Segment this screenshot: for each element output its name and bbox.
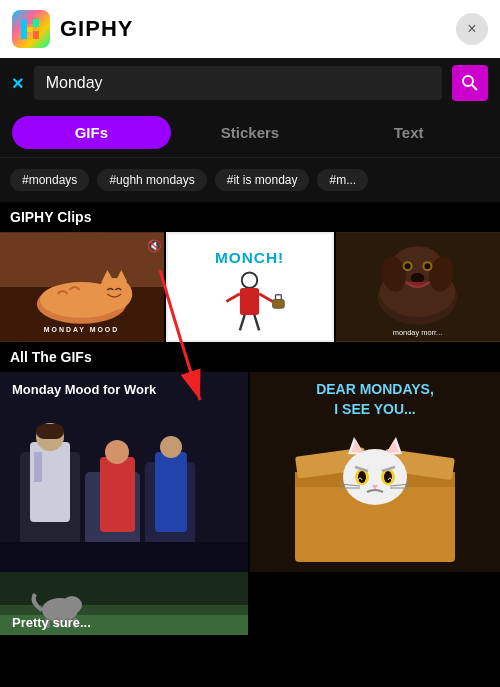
svg-text:MONCH!: MONCH!: [215, 249, 284, 266]
clips-row: MONDAY MOOD 🔇 MONCH!: [0, 232, 500, 342]
svg-point-37: [424, 263, 430, 269]
svg-point-38: [411, 273, 425, 283]
svg-rect-51: [155, 452, 187, 532]
svg-rect-0: [21, 19, 27, 39]
svg-rect-2: [27, 27, 33, 32]
tab-text[interactable]: Text: [329, 116, 488, 149]
svg-text:I SEE YOU...: I SEE YOU...: [334, 401, 415, 417]
svg-text:MONDAY MOOD: MONDAY MOOD: [44, 326, 119, 333]
gifs-section-header: All The GIFs: [0, 342, 500, 372]
clip-item-monday-sticker[interactable]: MONCH!: [166, 232, 334, 342]
svg-point-69: [384, 471, 392, 483]
svg-point-35: [405, 263, 411, 269]
clear-search-button[interactable]: ×: [12, 72, 24, 95]
tabs-bar: GIFs Stickers Text: [0, 108, 500, 158]
svg-rect-24: [273, 300, 285, 309]
svg-point-61: [343, 449, 407, 505]
search-bar: ×: [0, 58, 500, 108]
svg-point-52: [160, 436, 182, 458]
close-button[interactable]: ×: [456, 13, 488, 45]
hashtag-chip-more[interactable]: #m...: [317, 169, 368, 191]
hashtag-chip-ughh[interactable]: #ughh mondays: [97, 169, 206, 191]
svg-rect-53: [0, 542, 248, 572]
hashtag-chip-itis[interactable]: #it is monday: [215, 169, 310, 191]
gif-item-cat-box[interactable]: DEAR MONDAYS, I SEE YOU...: [250, 372, 500, 572]
logo-container: GIPHY: [12, 10, 133, 48]
svg-text:Pretty sure...: Pretty sure...: [12, 615, 91, 630]
svg-rect-4: [33, 31, 39, 39]
svg-text:monday morr...: monday morr...: [393, 328, 443, 337]
svg-point-11: [96, 278, 132, 310]
svg-text:Monday Mood for Work: Monday Mood for Work: [12, 382, 157, 397]
hashtag-filters: #mondays #ughh mondays #it is monday #m.…: [0, 158, 500, 202]
svg-point-5: [463, 76, 473, 86]
gifs-row: Monday Mood for Work: [0, 372, 500, 572]
svg-point-81: [62, 596, 82, 614]
gif-item-work[interactable]: Monday Mood for Work: [0, 372, 248, 572]
svg-line-6: [472, 85, 477, 90]
svg-rect-48: [34, 452, 42, 482]
giphy-logo-icon: [12, 10, 50, 48]
app-title: GIPHY: [60, 16, 133, 42]
gif-item-pretty-sure[interactable]: Pretty sure...: [0, 572, 248, 635]
clip-item-cat-sleeping[interactable]: MONDAY MOOD 🔇: [0, 232, 164, 342]
tab-gifs[interactable]: GIFs: [12, 116, 171, 149]
svg-rect-19: [240, 288, 259, 315]
svg-rect-47: [36, 424, 64, 439]
search-input[interactable]: [34, 66, 442, 100]
svg-rect-1: [27, 19, 33, 24]
svg-point-50: [105, 440, 129, 464]
top-bar: GIPHY ×: [0, 0, 500, 58]
clip-item-dog[interactable]: monday morr...: [336, 232, 500, 342]
bottom-row: Pretty sure...: [0, 572, 500, 635]
tab-stickers[interactable]: Stickers: [171, 116, 330, 149]
hashtag-chip-mondays[interactable]: #mondays: [10, 169, 89, 191]
svg-text:DEAR MONDAYS,: DEAR MONDAYS,: [316, 381, 434, 397]
search-button[interactable]: [452, 65, 488, 101]
svg-rect-49: [100, 457, 135, 532]
svg-rect-3: [33, 19, 39, 27]
clips-section-header: GIPHY Clips: [0, 202, 500, 232]
svg-text:🔇: 🔇: [147, 238, 162, 253]
svg-point-68: [358, 471, 366, 483]
